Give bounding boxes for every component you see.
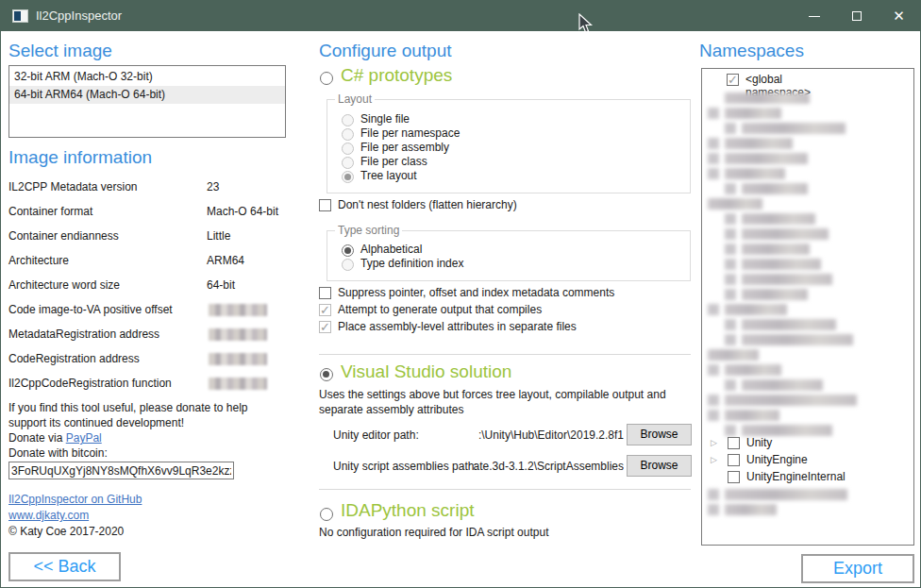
unity-checkbox[interactable] xyxy=(728,437,740,449)
info-row: Il2CppCodeRegistration function xyxy=(8,377,286,392)
maximize-button[interactable] xyxy=(835,1,878,31)
titlebar[interactable]: Il2CppInspector ✕ xyxy=(1,1,920,31)
donation-text: If you find this tool useful, please don… xyxy=(8,400,288,430)
compilable-output-checkbox[interactable] xyxy=(319,304,331,316)
script-assemblies-path-value: ate.3d-3.1.2\ScriptAssemblies xyxy=(443,460,624,473)
info-row: Architecture word size 64-bit xyxy=(8,278,286,294)
redacted-value xyxy=(209,378,267,390)
list-item[interactable]: 32-bit ARM (Mach-O 32-bit) xyxy=(9,68,285,86)
type-definition-index-label: Type definition index xyxy=(360,257,463,270)
close-icon: ✕ xyxy=(893,8,905,25)
info-value: 64-bit xyxy=(207,278,235,292)
alphabetical-radio[interactable] xyxy=(342,244,354,257)
export-button[interactable]: Export xyxy=(801,554,914,583)
minimize-button[interactable] xyxy=(793,1,835,31)
redacted-value xyxy=(209,304,267,316)
window-title: Il2CppInspector xyxy=(36,8,122,23)
tree-item-label: UnityEngineInternal xyxy=(746,470,846,483)
dont-nest-checkbox[interactable] xyxy=(319,199,331,211)
info-row: Container endianness Little xyxy=(8,229,286,244)
expander-icon[interactable]: ▷ xyxy=(711,455,717,464)
image-info-heading: Image information xyxy=(8,147,152,168)
bitcoin-address-input[interactable] xyxy=(8,462,234,479)
app-window: Il2CppInspector ✕ Select image 32-bit AR… xyxy=(0,0,921,588)
namespaces-heading: Namespaces xyxy=(699,41,804,61)
donate-via-line: Donate via PayPal xyxy=(8,431,102,445)
single-file-label: Single file xyxy=(360,112,410,126)
copyright-text: © Katy Coe 2017-2020 xyxy=(8,525,124,538)
unityengine-checkbox[interactable] xyxy=(728,454,740,466)
expander-icon[interactable]: ▷ xyxy=(711,438,717,447)
info-value: Mach-O 64-bit xyxy=(207,205,278,218)
website-link[interactable]: www.djkaty.com xyxy=(8,509,89,522)
close-button[interactable]: ✕ xyxy=(878,1,920,31)
file-per-class-label: File per class xyxy=(360,155,427,168)
github-link[interactable]: Il2CppInspector on GitHub xyxy=(8,493,142,506)
type-sorting-groupbox: Type sorting Alphabetical Type definitio… xyxy=(327,230,691,281)
info-label: CodeRegistration address xyxy=(8,352,140,365)
separate-attributes-label: Place assembly-level attributes in separ… xyxy=(338,320,577,333)
file-per-assembly-label: File per assembly xyxy=(360,141,449,154)
dont-nest-label: Don't nest folders (flatten hierarchy) xyxy=(338,198,517,211)
info-label: Container endianness xyxy=(8,229,119,243)
file-per-namespace-radio[interactable] xyxy=(342,128,354,141)
info-label: Container format xyxy=(8,205,92,218)
info-value: ARM64 xyxy=(207,254,244,267)
maximize-icon xyxy=(852,11,862,21)
visual-studio-title: Visual Studio solution xyxy=(341,361,511,382)
back-button[interactable]: << Back xyxy=(8,552,121,581)
paypal-link[interactable]: PayPal xyxy=(66,431,102,445)
info-row: Code image-to-VA positive offset xyxy=(8,303,286,318)
unityengineinternal-checkbox[interactable] xyxy=(728,471,740,483)
type-sorting-group-label: Type sorting xyxy=(335,224,402,237)
csharp-prototypes-title: C# prototypes xyxy=(341,65,452,86)
namespaces-tree[interactable]: <global namespace> ▷ Unity ▷ xyxy=(701,68,914,546)
minimize-icon xyxy=(809,16,820,17)
separator xyxy=(319,354,691,355)
single-file-radio[interactable] xyxy=(342,114,354,126)
compilable-output-label: Attempt to generate output that compiles xyxy=(338,303,542,316)
suppress-comments-checkbox[interactable] xyxy=(319,287,331,299)
unity-editor-path-value: :\Unity\Hub\Editor\2019.2.8f1 xyxy=(443,428,624,442)
info-label: MetadataRegistration address xyxy=(8,328,159,341)
file-per-assembly-radio[interactable] xyxy=(342,143,354,155)
separate-attributes-checkbox[interactable] xyxy=(319,321,331,333)
info-row: IL2CPP Metadata version 23 xyxy=(8,180,286,195)
suppress-comments-label: Suppress pointer, offset and index metad… xyxy=(338,286,614,299)
select-image-heading: Select image xyxy=(8,41,112,61)
idapython-description: No configuration required for IDA script… xyxy=(319,526,548,539)
info-label: IL2CPP Metadata version xyxy=(8,180,138,193)
idapython-title: IDAPython script xyxy=(341,500,475,521)
list-item-selected[interactable]: 64-bit ARM64 (Mach-O 64-bit) xyxy=(9,86,285,104)
separator xyxy=(319,489,691,490)
info-value: 23 xyxy=(207,180,219,193)
image-listbox[interactable]: 32-bit ARM (Mach-O 32-bit) 64-bit ARM64 … xyxy=(8,65,286,138)
info-label: Architecture xyxy=(8,254,69,267)
visual-studio-description: Uses the settings above but forces tree … xyxy=(319,387,681,417)
donate-bitcoin-label: Donate with bitcoin: xyxy=(8,446,108,460)
info-row: Architecture ARM64 xyxy=(8,254,286,269)
info-label: Il2CppCodeRegistration function xyxy=(8,377,172,390)
redacted-value xyxy=(209,328,267,341)
idapython-radio[interactable] xyxy=(320,508,333,521)
info-label: Architecture word size xyxy=(8,278,120,292)
tree-item-label: UnityEngine xyxy=(746,453,808,466)
visual-studio-radio[interactable] xyxy=(320,368,333,381)
app-icon xyxy=(12,9,28,23)
tree-layout-radio[interactable] xyxy=(342,171,354,183)
info-value: Little xyxy=(207,229,230,243)
csharp-prototypes-radio[interactable] xyxy=(320,72,333,85)
file-per-class-radio[interactable] xyxy=(342,157,354,169)
mouse-cursor xyxy=(578,13,594,34)
global-namespace-checkbox[interactable] xyxy=(727,74,739,86)
unity-editor-path-label: Unity editor path: xyxy=(333,428,419,442)
type-definition-index-radio[interactable] xyxy=(342,259,354,271)
tree-layout-label: Tree layout xyxy=(360,169,417,182)
info-row: CodeRegistration address xyxy=(8,352,286,367)
info-label: Code image-to-VA positive offset xyxy=(8,303,173,316)
file-per-namespace-label: File per namespace xyxy=(360,126,460,140)
layout-groupbox: Layout Single file File per namespace Fi… xyxy=(327,99,691,193)
browse-assemblies-button[interactable]: Browse xyxy=(627,455,692,477)
browse-editor-button[interactable]: Browse xyxy=(627,424,692,445)
info-row: MetadataRegistration address xyxy=(8,328,286,343)
